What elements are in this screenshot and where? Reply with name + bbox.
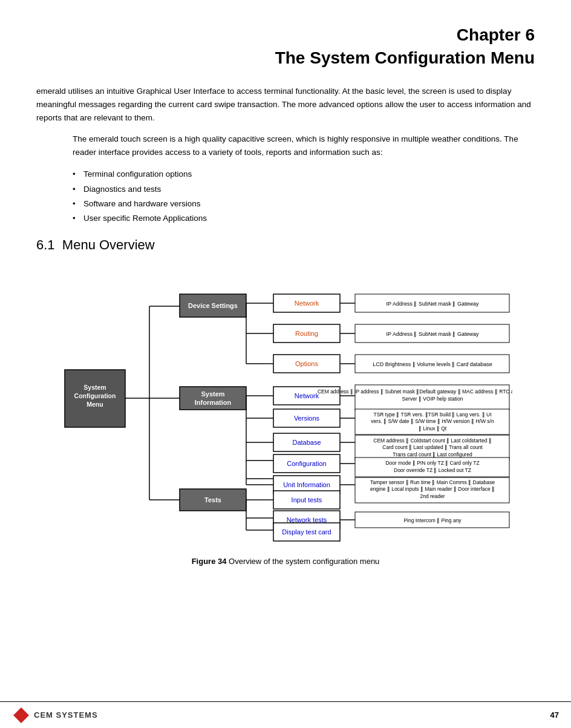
chapter-heading: Chapter 6 [36, 24, 535, 46]
svg-text:CEM address  ‖  IP address  ‖ : CEM address ‖ IP address ‖ Subnet mask ‖… [318, 389, 512, 395]
footer: CEM SYSTEMS 47 [0, 701, 571, 728]
svg-text:Database: Database [292, 439, 321, 446]
svg-text:Network: Network [295, 392, 319, 399]
svg-text:Card count  ‖  Last updated  ‖: Card count ‖ Last updated ‖ Trans all co… [382, 444, 483, 450]
svg-text:Versions: Versions [294, 415, 320, 422]
bullet-item-4: User specific Remote Applications [73, 211, 535, 226]
svg-text:Menu: Menu [86, 401, 103, 408]
svg-text:IP Address  ‖  SubNet mask  ‖ : IP Address ‖ SubNet mask ‖ Gateway [387, 301, 479, 307]
svg-text:Input tests: Input tests [292, 496, 322, 503]
section-heading: 6.1 Menu Overview [36, 237, 535, 253]
svg-text:Display test card: Display test card [282, 528, 331, 536]
svg-text:CEM address  ‖  Coldstart coun: CEM address ‖ Coldstart count ‖ Last col… [373, 438, 491, 444]
svg-text:System: System [83, 384, 106, 391]
svg-text:Door mode  ‖  PIN only TZ  ‖  : Door mode ‖ PIN only TZ ‖ Card only TZ [385, 460, 479, 466]
svg-text:Device Settings: Device Settings [188, 302, 238, 309]
intro-paragraph1: emerald utilises an intuitive Graphical … [36, 85, 535, 124]
svg-text:2nd reader: 2nd reader [420, 493, 445, 499]
svg-text:LCD Brightness  ‖  Volume leve: LCD Brightness ‖ Volume levels ‖ Card da… [373, 361, 492, 367]
svg-text:vers.  ‖  S/W date  ‖  S/W tim: vers. ‖ S/W date ‖ S/W time ‖ H/W versio… [371, 418, 494, 424]
svg-text:‖  Linux  ‖  Qt: ‖ Linux ‖ Qt [419, 425, 447, 431]
diagram-container: System Configuration Menu Device Setting… [36, 264, 535, 548]
svg-text:Ping Intercom  ‖  Ping any: Ping Intercom ‖ Ping any [403, 517, 462, 523]
svg-text:Configuration: Configuration [287, 460, 326, 467]
svg-text:Network tests: Network tests [287, 516, 327, 523]
bullet-item-2: Diagnostics and tests [73, 182, 535, 197]
bullet-item-3: Software and hardware versions [73, 197, 535, 211]
footer-logo: CEM SYSTEMS [12, 706, 98, 724]
svg-text:TSR type  ‖  TSR vers.  ‖TSR b: TSR type ‖ TSR vers. ‖TSR build ‖ Lang v… [373, 412, 491, 418]
svg-text:Server  ‖  VOIP help station: Server ‖ VOIP help station [402, 396, 463, 402]
svg-text:engine  ‖  Local inputs  ‖  Ma: engine ‖ Local inputs ‖ Main reader ‖ Do… [370, 486, 495, 492]
svg-text:Trans card count  ‖  Last conf: Trans card count ‖ Last configured [393, 451, 472, 457]
intro-paragraph2: The emerald touch screen is a high quali… [73, 133, 535, 159]
svg-text:Tamper sensor  ‖  Run time  ‖ : Tamper sensor ‖ Run time ‖ Main Comms ‖ … [370, 479, 495, 485]
svg-text:Tests: Tests [204, 496, 221, 503]
chapter-title: The System Configuration Menu [36, 48, 535, 68]
menu-diagram: System Configuration Menu Device Setting… [59, 264, 512, 548]
svg-text:IP Address  ‖  SubNet mask  ‖ : IP Address ‖ SubNet mask ‖ Gateway [387, 331, 479, 337]
svg-text:Configuration: Configuration [74, 392, 116, 399]
svg-text:Routing: Routing [295, 330, 318, 337]
svg-text:Network: Network [295, 300, 319, 307]
cem-logo-icon [12, 706, 30, 724]
feature-list: Terminal configuration options Diagnosti… [73, 167, 535, 226]
svg-text:Information: Information [195, 399, 232, 406]
svg-text:Unit Information: Unit Information [283, 481, 330, 488]
footer-logo-text: CEM SYSTEMS [34, 710, 98, 720]
page-number: 47 [550, 710, 559, 720]
svg-text:System: System [201, 390, 224, 398]
svg-text:Door override TZ  ‖  Locked ou: Door override TZ ‖ Locked out TZ [394, 467, 471, 473]
svg-marker-88 [13, 707, 29, 723]
svg-text:Options: Options [295, 360, 318, 367]
figure-caption: Figure 34 Overview of the system configu… [36, 557, 535, 566]
bullet-item-1: Terminal configuration options [73, 167, 535, 182]
